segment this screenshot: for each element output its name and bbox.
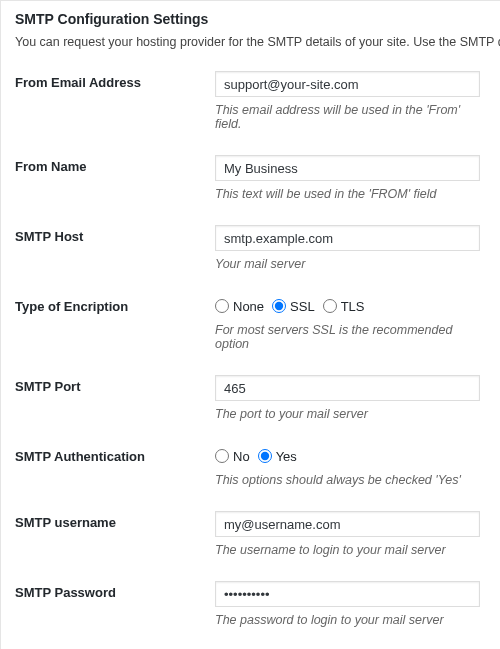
radio-auth-no-input[interactable] — [215, 449, 229, 463]
radio-encryption-ssl-input[interactable] — [272, 299, 286, 313]
row-smtp-port: SMTP Port The port to your mail server — [15, 375, 486, 421]
page-title: SMTP Configuration Settings — [15, 11, 486, 27]
smtp-password-input[interactable] — [215, 581, 480, 607]
smtp-port-input[interactable] — [215, 375, 480, 401]
radio-encryption-tls-label: TLS — [341, 299, 365, 314]
radio-encryption-none[interactable]: None — [215, 299, 264, 314]
row-from-name: From Name This text will be used in the … — [15, 155, 486, 201]
settings-form: From Email Address This email address wi… — [15, 71, 486, 649]
row-smtp-auth: SMTP Authentication No Yes This options … — [15, 445, 486, 487]
label-from-name: From Name — [15, 155, 215, 174]
row-smtp-host: SMTP Host Your mail server — [15, 225, 486, 271]
desc-smtp-user: The username to login to your mail serve… — [215, 543, 486, 557]
desc-smtp-auth: This options should always be checked 'Y… — [215, 473, 486, 487]
row-from-email: From Email Address This email address wi… — [15, 71, 486, 131]
desc-smtp-port: The port to your mail server — [215, 407, 486, 421]
radio-encryption-none-input[interactable] — [215, 299, 229, 313]
desc-smtp-pass: The password to login to your mail serve… — [215, 613, 486, 627]
desc-smtp-host: Your mail server — [215, 257, 486, 271]
desc-from-name: This text will be used in the 'FROM' fie… — [215, 187, 486, 201]
label-smtp-user: SMTP username — [15, 511, 215, 530]
desc-encryption: For most servers SSL is the recommended … — [215, 323, 486, 351]
radio-auth-no-label: No — [233, 449, 250, 464]
smtp-settings-panel: SMTP Configuration Settings You can requ… — [0, 0, 500, 649]
from-name-input[interactable] — [215, 155, 480, 181]
radio-auth-yes[interactable]: Yes — [258, 449, 297, 464]
radio-encryption-ssl[interactable]: SSL — [272, 299, 315, 314]
radio-auth-yes-input[interactable] — [258, 449, 272, 463]
smtp-username-input[interactable] — [215, 511, 480, 537]
encryption-radios: None SSL TLS — [215, 295, 486, 317]
label-from-email: From Email Address — [15, 71, 215, 90]
label-smtp-pass: SMTP Password — [15, 581, 215, 600]
label-smtp-host: SMTP Host — [15, 225, 215, 244]
desc-from-email: This email address will be used in the '… — [215, 103, 486, 131]
radio-encryption-tls-input[interactable] — [323, 299, 337, 313]
radio-encryption-ssl-label: SSL — [290, 299, 315, 314]
radio-auth-yes-label: Yes — [276, 449, 297, 464]
label-smtp-port: SMTP Port — [15, 375, 215, 394]
auth-radios: No Yes — [215, 445, 486, 467]
row-smtp-pass: SMTP Password The password to login to y… — [15, 581, 486, 627]
label-encryption: Type of Encription — [15, 295, 215, 314]
row-encryption: Type of Encription None SSL TLS — [15, 295, 486, 351]
intro-text: You can request your hosting provider fo… — [15, 35, 486, 49]
radio-encryption-tls[interactable]: TLS — [323, 299, 365, 314]
row-smtp-user: SMTP username The username to login to y… — [15, 511, 486, 557]
from-email-input[interactable] — [215, 71, 480, 97]
radio-auth-no[interactable]: No — [215, 449, 250, 464]
smtp-host-input[interactable] — [215, 225, 480, 251]
label-smtp-auth: SMTP Authentication — [15, 445, 215, 464]
radio-encryption-none-label: None — [233, 299, 264, 314]
